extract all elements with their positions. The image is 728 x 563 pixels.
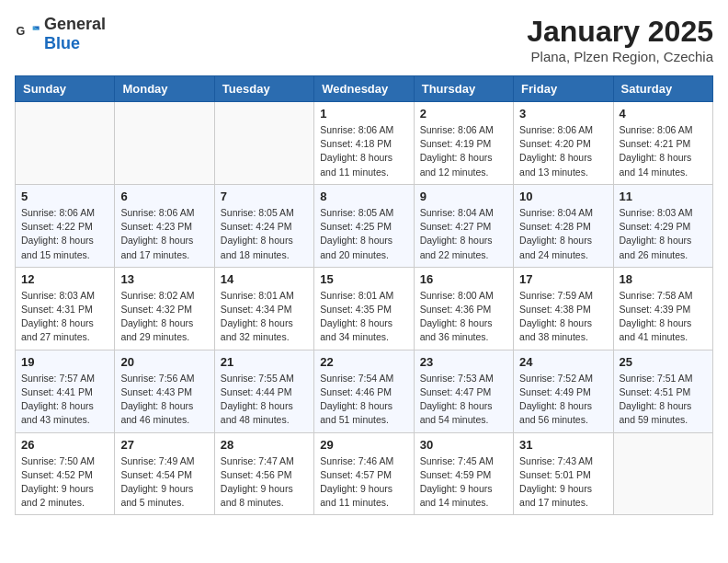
day-number: 17	[519, 272, 607, 286]
calendar-day-11: 11Sunrise: 8:03 AM Sunset: 4:29 PM Dayli…	[613, 184, 712, 267]
day-number: 4	[620, 107, 707, 121]
calendar-day-29: 29Sunrise: 7:46 AM Sunset: 4:57 PM Dayli…	[314, 432, 414, 515]
day-number: 27	[120, 438, 208, 452]
day-number: 21	[221, 355, 308, 369]
day-detail: Sunrise: 7:59 AM Sunset: 4:38 PM Dayligh…	[519, 289, 607, 345]
calendar-day-5: 5Sunrise: 8:06 AM Sunset: 4:22 PM Daylig…	[16, 184, 115, 267]
calendar-day-26: 26Sunrise: 7:50 AM Sunset: 4:52 PM Dayli…	[16, 432, 115, 515]
day-number: 30	[420, 438, 507, 452]
day-number: 2	[420, 107, 507, 121]
day-detail: Sunrise: 7:56 AM Sunset: 4:43 PM Dayligh…	[120, 372, 208, 428]
day-number: 16	[420, 272, 507, 286]
calendar-day-21: 21Sunrise: 7:55 AM Sunset: 4:44 PM Dayli…	[214, 350, 313, 432]
day-detail: Sunrise: 8:01 AM Sunset: 4:35 PM Dayligh…	[320, 289, 407, 345]
logo-text-blue: Blue	[44, 34, 80, 52]
weekday-header-monday: Monday	[115, 76, 214, 102]
day-number: 7	[221, 190, 308, 203]
day-detail: Sunrise: 7:57 AM Sunset: 4:41 PM Dayligh…	[21, 372, 108, 428]
day-detail: Sunrise: 7:47 AM Sunset: 4:56 PM Dayligh…	[221, 454, 308, 511]
calendar-day-25: 25Sunrise: 7:51 AM Sunset: 4:51 PM Dayli…	[613, 350, 712, 432]
title-block: January 2025 Plana, Plzen Region, Czechi…	[527, 15, 713, 64]
day-detail: Sunrise: 8:04 AM Sunset: 4:27 PM Dayligh…	[420, 206, 507, 262]
day-number: 26	[21, 438, 108, 452]
logo: G General Blue	[15, 15, 106, 53]
calendar-empty-cell	[613, 432, 712, 515]
day-detail: Sunrise: 7:53 AM Sunset: 4:47 PM Dayligh…	[420, 372, 507, 428]
day-detail: Sunrise: 8:06 AM Sunset: 4:19 PM Dayligh…	[420, 123, 507, 179]
day-detail: Sunrise: 8:02 AM Sunset: 4:32 PM Dayligh…	[120, 289, 208, 345]
calendar-day-10: 10Sunrise: 8:04 AM Sunset: 4:28 PM Dayli…	[514, 184, 613, 267]
calendar-day-20: 20Sunrise: 7:56 AM Sunset: 4:43 PM Dayli…	[115, 350, 214, 432]
calendar-day-30: 30Sunrise: 7:45 AM Sunset: 4:59 PM Dayli…	[414, 432, 513, 515]
day-detail: Sunrise: 8:01 AM Sunset: 4:34 PM Dayligh…	[221, 289, 308, 345]
day-detail: Sunrise: 7:52 AM Sunset: 4:49 PM Dayligh…	[519, 372, 607, 428]
day-number: 1	[320, 107, 407, 121]
calendar-empty-cell	[115, 102, 214, 185]
weekday-header-friday: Friday	[514, 76, 613, 102]
calendar-day-8: 8Sunrise: 8:05 AM Sunset: 4:25 PM Daylig…	[314, 184, 414, 267]
calendar-day-1: 1Sunrise: 8:06 AM Sunset: 4:18 PM Daylig…	[314, 102, 414, 185]
weekday-header-row: SundayMondayTuesdayWednesdayThursdayFrid…	[16, 76, 713, 102]
day-number: 20	[120, 355, 208, 369]
day-detail: Sunrise: 7:55 AM Sunset: 4:44 PM Dayligh…	[221, 372, 308, 428]
calendar-day-24: 24Sunrise: 7:52 AM Sunset: 4:49 PM Dayli…	[514, 350, 613, 432]
day-detail: Sunrise: 8:05 AM Sunset: 4:24 PM Dayligh…	[221, 206, 308, 262]
calendar-week-row: 12Sunrise: 8:03 AM Sunset: 4:31 PM Dayli…	[16, 267, 713, 350]
day-number: 19	[21, 355, 108, 369]
calendar-week-row: 26Sunrise: 7:50 AM Sunset: 4:52 PM Dayli…	[16, 432, 713, 515]
weekday-header-wednesday: Wednesday	[314, 76, 414, 102]
calendar-day-4: 4Sunrise: 8:06 AM Sunset: 4:21 PM Daylig…	[613, 102, 712, 185]
calendar-day-17: 17Sunrise: 7:59 AM Sunset: 4:38 PM Dayli…	[514, 267, 613, 350]
calendar-day-6: 6Sunrise: 8:06 AM Sunset: 4:23 PM Daylig…	[115, 184, 214, 267]
calendar-day-3: 3Sunrise: 8:06 AM Sunset: 4:20 PM Daylig…	[514, 102, 613, 185]
weekday-header-tuesday: Tuesday	[214, 76, 313, 102]
svg-text:G: G	[16, 25, 25, 38]
day-detail: Sunrise: 8:03 AM Sunset: 4:29 PM Dayligh…	[620, 206, 707, 262]
calendar-week-row: 19Sunrise: 7:57 AM Sunset: 4:41 PM Dayli…	[16, 350, 713, 432]
day-detail: Sunrise: 8:06 AM Sunset: 4:23 PM Dayligh…	[120, 206, 208, 262]
calendar-day-7: 7Sunrise: 8:05 AM Sunset: 4:24 PM Daylig…	[214, 184, 313, 267]
calendar-header: SundayMondayTuesdayWednesdayThursdayFrid…	[16, 76, 713, 102]
calendar-day-18: 18Sunrise: 7:58 AM Sunset: 4:39 PM Dayli…	[613, 267, 712, 350]
calendar-day-15: 15Sunrise: 8:01 AM Sunset: 4:35 PM Dayli…	[314, 267, 414, 350]
calendar-day-13: 13Sunrise: 8:02 AM Sunset: 4:32 PM Dayli…	[115, 267, 214, 350]
day-detail: Sunrise: 7:49 AM Sunset: 4:54 PM Dayligh…	[120, 454, 208, 511]
day-number: 24	[519, 355, 607, 369]
day-number: 31	[519, 438, 607, 452]
calendar-table: SundayMondayTuesdayWednesdayThursdayFrid…	[15, 75, 713, 515]
calendar-day-31: 31Sunrise: 7:43 AM Sunset: 5:01 PM Dayli…	[514, 432, 613, 515]
logo-text-general: General	[44, 15, 106, 33]
day-detail: Sunrise: 7:50 AM Sunset: 4:52 PM Dayligh…	[21, 454, 108, 511]
calendar-day-2: 2Sunrise: 8:06 AM Sunset: 4:19 PM Daylig…	[414, 102, 513, 185]
calendar-day-14: 14Sunrise: 8:01 AM Sunset: 4:34 PM Dayli…	[214, 267, 313, 350]
day-detail: Sunrise: 8:06 AM Sunset: 4:18 PM Dayligh…	[320, 123, 407, 179]
day-detail: Sunrise: 8:06 AM Sunset: 4:21 PM Dayligh…	[620, 123, 707, 179]
month-title: January 2025	[527, 15, 713, 49]
weekday-header-thursday: Thursday	[414, 76, 513, 102]
day-detail: Sunrise: 8:06 AM Sunset: 4:20 PM Dayligh…	[519, 123, 607, 179]
calendar-day-16: 16Sunrise: 8:00 AM Sunset: 4:36 PM Dayli…	[414, 267, 513, 350]
day-detail: Sunrise: 7:46 AM Sunset: 4:57 PM Dayligh…	[320, 454, 407, 511]
day-detail: Sunrise: 7:45 AM Sunset: 4:59 PM Dayligh…	[420, 454, 507, 511]
day-number: 10	[519, 190, 607, 203]
day-number: 15	[320, 272, 407, 286]
day-detail: Sunrise: 7:43 AM Sunset: 5:01 PM Dayligh…	[519, 454, 607, 511]
day-detail: Sunrise: 8:04 AM Sunset: 4:28 PM Dayligh…	[519, 206, 607, 262]
day-detail: Sunrise: 7:58 AM Sunset: 4:39 PM Dayligh…	[620, 289, 707, 345]
calendar-week-row: 5Sunrise: 8:06 AM Sunset: 4:22 PM Daylig…	[16, 184, 713, 267]
weekday-header-sunday: Sunday	[16, 76, 115, 102]
calendar-day-28: 28Sunrise: 7:47 AM Sunset: 4:56 PM Dayli…	[214, 432, 313, 515]
day-detail: Sunrise: 7:54 AM Sunset: 4:46 PM Dayligh…	[320, 372, 407, 428]
day-detail: Sunrise: 8:05 AM Sunset: 4:25 PM Dayligh…	[320, 206, 407, 262]
calendar-day-9: 9Sunrise: 8:04 AM Sunset: 4:27 PM Daylig…	[414, 184, 513, 267]
calendar-body: 1Sunrise: 8:06 AM Sunset: 4:18 PM Daylig…	[16, 102, 713, 515]
calendar-day-22: 22Sunrise: 7:54 AM Sunset: 4:46 PM Dayli…	[314, 350, 414, 432]
day-number: 11	[620, 190, 707, 203]
calendar-empty-cell	[16, 102, 115, 185]
day-detail: Sunrise: 8:03 AM Sunset: 4:31 PM Dayligh…	[21, 289, 108, 345]
day-number: 12	[21, 272, 108, 286]
calendar-day-12: 12Sunrise: 8:03 AM Sunset: 4:31 PM Dayli…	[16, 267, 115, 350]
day-number: 18	[620, 272, 707, 286]
calendar-day-27: 27Sunrise: 7:49 AM Sunset: 4:54 PM Dayli…	[115, 432, 214, 515]
day-number: 3	[519, 107, 607, 121]
